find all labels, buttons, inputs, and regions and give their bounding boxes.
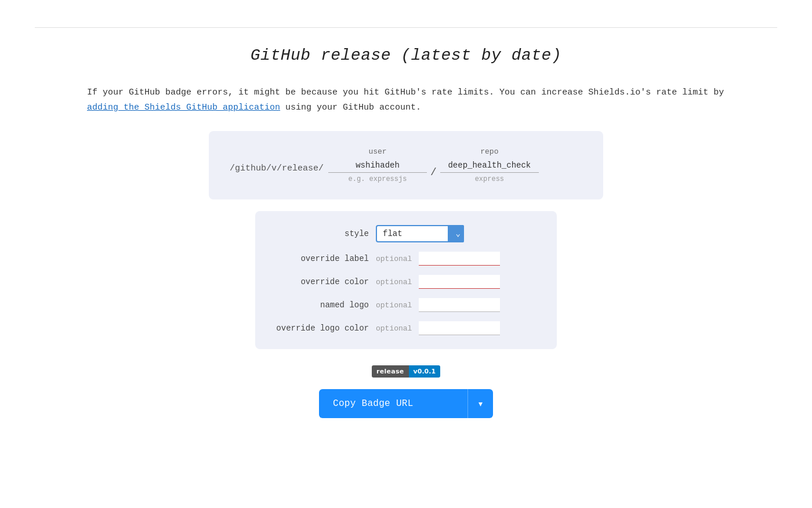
style-label: style bbox=[276, 229, 369, 238]
copy-badge-url-button[interactable]: Copy Badge URL bbox=[319, 389, 467, 418]
chevron-down-icon: ▾ bbox=[478, 399, 483, 408]
style-row: style flat flat-square plastic for-the-b… bbox=[276, 225, 536, 242]
badge-preview: release v0.0.1 bbox=[35, 365, 777, 378]
repo-field-group: repo express bbox=[440, 147, 539, 183]
override-color-row: override color optional bbox=[276, 275, 536, 289]
copy-button-wrapper: Copy Badge URL ▾ bbox=[35, 389, 777, 418]
url-path-label: /github/v/release/ bbox=[230, 147, 324, 173]
badge-label: release bbox=[372, 365, 409, 378]
override-label-row: override label optional bbox=[276, 252, 536, 266]
override-color-label: override color bbox=[276, 277, 369, 286]
override-color-input[interactable] bbox=[419, 275, 500, 289]
override-logo-color-row: override logo color optional bbox=[276, 321, 536, 335]
override-logo-color-input[interactable] bbox=[419, 321, 500, 335]
style-select[interactable]: flat flat-square plastic for-the-badge s… bbox=[376, 225, 464, 242]
override-label-label: override label bbox=[276, 254, 369, 263]
repo-hint: express bbox=[475, 175, 504, 183]
style-select-wrapper: flat flat-square plastic for-the-badge s… bbox=[376, 225, 464, 242]
user-input[interactable] bbox=[328, 158, 427, 173]
shields-github-app-link[interactable]: adding the Shields GitHub application bbox=[87, 103, 280, 113]
named-logo-row: named logo optional bbox=[276, 298, 536, 312]
url-separator: / bbox=[427, 153, 440, 178]
badge: release v0.0.1 bbox=[372, 365, 440, 378]
badge-value: v0.0.1 bbox=[409, 365, 441, 378]
copy-dropdown-button[interactable]: ▾ bbox=[467, 389, 493, 418]
info-text: If your GitHub badge errors, it might be… bbox=[87, 85, 725, 115]
repo-input[interactable] bbox=[440, 158, 539, 173]
named-logo-label: named logo bbox=[276, 300, 369, 310]
repo-field-header: repo bbox=[480, 147, 498, 156]
info-text-before: If your GitHub badge errors, it might be… bbox=[87, 88, 724, 97]
named-logo-input[interactable] bbox=[419, 298, 500, 312]
named-logo-hint: optional bbox=[376, 301, 412, 310]
override-logo-color-hint: optional bbox=[376, 324, 412, 333]
user-field-header: user bbox=[368, 147, 386, 156]
user-hint: e.g. expressjs bbox=[349, 175, 407, 183]
url-section: /github/v/release/ user e.g. expressjs /… bbox=[209, 131, 603, 199]
override-logo-color-label: override logo color bbox=[276, 324, 369, 333]
page-title: GitHub release (latest by date) bbox=[35, 46, 777, 64]
override-color-hint: optional bbox=[376, 278, 412, 286]
override-label-hint: optional bbox=[376, 255, 412, 263]
copy-btn-group: Copy Badge URL ▾ bbox=[319, 389, 493, 418]
info-text-after: using your GitHub account. bbox=[280, 103, 421, 113]
override-label-input[interactable] bbox=[419, 252, 500, 266]
user-field-group: user e.g. expressjs bbox=[328, 147, 427, 183]
options-section: style flat flat-square plastic for-the-b… bbox=[255, 211, 557, 349]
